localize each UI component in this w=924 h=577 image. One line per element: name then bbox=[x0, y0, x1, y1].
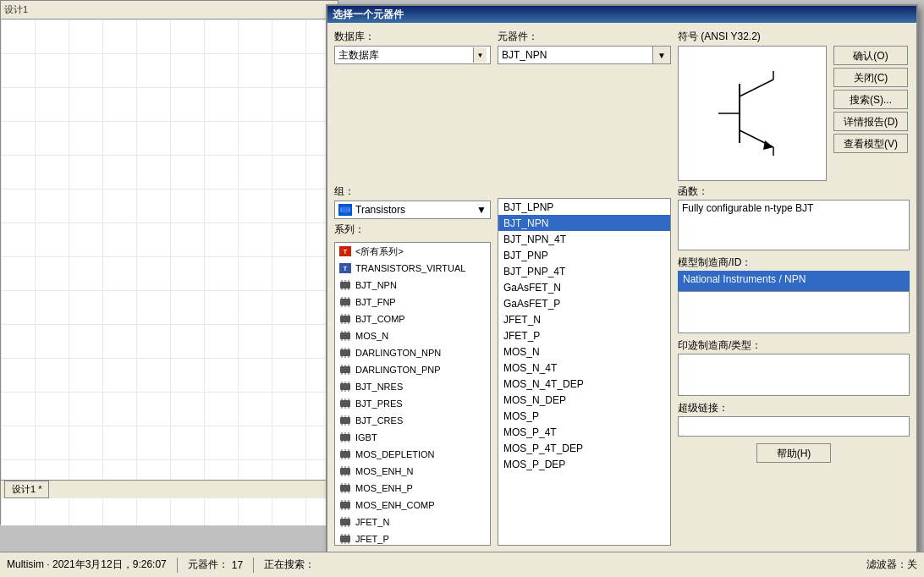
help-btn-area: 帮助(H) bbox=[678, 443, 910, 463]
schematic-toolbar: 设计1 bbox=[1, 1, 338, 19]
schematic-tab-design1[interactable]: 设计1 * bbox=[4, 481, 49, 498]
component-item-mos_n_dep[interactable]: MOS_N_DEP bbox=[498, 392, 670, 408]
component-item-mos_p[interactable]: MOS_P bbox=[498, 408, 670, 424]
detail-report-button[interactable]: 详情报告(D) bbox=[833, 112, 908, 131]
view-model-button[interactable]: 查看模型(V) bbox=[833, 134, 908, 153]
schematic-grid[interactable] bbox=[1, 19, 339, 525]
series-label-transistors_virtual: TRANSISTORS_VIRTUAL bbox=[355, 263, 465, 273]
hyperlink-box bbox=[678, 416, 910, 437]
series-icon-mos_depletion bbox=[338, 448, 352, 460]
component-item-jfet_p[interactable]: JFET_P bbox=[498, 327, 670, 343]
group-dropdown[interactable]: Transistors ▼ bbox=[334, 201, 491, 219]
component-item-bjt_pnp_4t[interactable]: BJT_PNP_4T bbox=[498, 263, 670, 279]
component-list[interactable]: BJT_LPNPBJT_NPNBJT_NPN_4TBJT_PNPBJT_PNP_… bbox=[498, 198, 671, 546]
status-bar: Multisim · 2021年3月12日，9:26:07 元器件： 17 正在… bbox=[0, 552, 924, 577]
component-search-input[interactable] bbox=[498, 46, 652, 64]
schematic-background: 设计1 A B C D E F 设计1 * bbox=[0, 0, 338, 525]
component-item-bjt_pnp[interactable]: BJT_PNP bbox=[498, 247, 670, 263]
pcb-mfr-label: 印迹制造商/类型： bbox=[678, 338, 910, 353]
svg-rect-114 bbox=[340, 536, 350, 542]
series-label-all: <所有系列> bbox=[355, 245, 404, 258]
symbol-box bbox=[678, 46, 827, 181]
component-item-bjt_npn[interactable]: BJT_NPN bbox=[498, 215, 670, 231]
series-item-bjt_cres[interactable]: BJT_CRES bbox=[335, 412, 490, 429]
symbol-label: 符号 (ANSI Y32.2) bbox=[678, 30, 827, 44]
component-item-mos_n_4t[interactable]: MOS_N_4T bbox=[498, 360, 670, 376]
series-icon-all: T bbox=[338, 245, 352, 257]
series-item-mos_depletion[interactable]: MOS_DEPLETION bbox=[335, 446, 490, 463]
component-item-mos_p_dep[interactable]: MOS_P_DEP bbox=[498, 456, 670, 472]
component-count-item: 元器件： 17 bbox=[188, 558, 243, 572]
series-label-jfet_n: JFET_N bbox=[355, 517, 389, 527]
series-item-mos_enh_comp[interactable]: MOS_ENH_COMP bbox=[335, 497, 490, 514]
component-item-mos_n[interactable]: MOS_N bbox=[498, 343, 670, 360]
series-label-mos_enh_p: MOS_ENH_P bbox=[355, 483, 413, 493]
series-list[interactable]: T<所有系列>TTRANSISTORS_VIRTUALBJT_NPNBJT_FN… bbox=[334, 242, 491, 546]
series-item-jfet_n[interactable]: JFET_N bbox=[335, 514, 490, 530]
series-label-bjt_npn: BJT_NPN bbox=[355, 280, 397, 290]
series-icon-bjt_fnp bbox=[338, 296, 352, 308]
series-item-darlington_pnp[interactable]: DARLINGTON_PNP bbox=[335, 361, 490, 378]
svg-rect-51 bbox=[340, 383, 350, 390]
component-item-mos_p_4t_dep[interactable]: MOS_P_4T_DEP bbox=[498, 440, 670, 456]
svg-rect-100 bbox=[340, 502, 350, 508]
series-icon-darlington_pnp bbox=[338, 364, 352, 376]
component-label: 元器件： bbox=[498, 30, 671, 44]
database-dropdown-value: 主数据库 bbox=[338, 48, 473, 63]
series-item-transistors_virtual[interactable]: TTRANSISTORS_VIRTUAL bbox=[335, 260, 490, 277]
series-item-mos_enh_p[interactable]: MOS_ENH_P bbox=[335, 480, 490, 497]
component-item-mos_p_4t[interactable]: MOS_P_4T bbox=[498, 424, 670, 440]
series-label-igbt: IGBT bbox=[355, 432, 377, 442]
series-icon-igbt bbox=[338, 431, 352, 443]
svg-rect-16 bbox=[340, 299, 350, 305]
series-item-jfet_p[interactable]: JFET_P bbox=[335, 530, 490, 546]
database-dropdown-arrow: ▼ bbox=[473, 47, 487, 63]
confirm-button[interactable]: 确认(O) bbox=[833, 46, 908, 65]
search-button[interactable]: 搜索(S)... bbox=[833, 90, 908, 109]
series-label-bjt_fnp: BJT_FNP bbox=[355, 297, 396, 307]
series-icon-bjt_npn bbox=[338, 279, 352, 291]
component-item-jfet_n[interactable]: JFET_N bbox=[498, 311, 670, 327]
series-item-bjt_npn[interactable]: BJT_NPN bbox=[335, 277, 490, 294]
dialog-buttons: 确认(O) 关闭(C) 搜索(S)... 详情报告(D) 查看模型(V) bbox=[833, 30, 910, 153]
close-button[interactable]: 关闭(C) bbox=[833, 68, 908, 87]
component-search-btn[interactable]: ▼ bbox=[652, 46, 671, 64]
dialog-title: 选择一个元器件 bbox=[333, 8, 404, 22]
model-mfr-extra-box bbox=[678, 291, 910, 333]
svg-rect-86 bbox=[340, 468, 350, 475]
svg-rect-37 bbox=[340, 349, 350, 356]
series-label-mos_depletion: MOS_DEPLETION bbox=[355, 449, 435, 459]
component-item-bjt_npn_4t[interactable]: BJT_NPN_4T bbox=[498, 231, 670, 247]
series-item-bjt_pres[interactable]: BJT_PRES bbox=[335, 395, 490, 412]
database-dropdown[interactable]: 主数据库 ▼ bbox=[334, 46, 491, 64]
group-icon bbox=[338, 204, 352, 216]
status-divider-2 bbox=[253, 558, 254, 573]
series-label-bjt_cres: BJT_CRES bbox=[355, 415, 403, 426]
series-item-mos_enh_n[interactable]: MOS_ENH_N bbox=[335, 463, 490, 480]
function-value: Fully configurable n-type BJT bbox=[682, 202, 813, 214]
svg-rect-79 bbox=[340, 451, 350, 458]
component-item-gaas_fet_n[interactable]: GaAsFET_N bbox=[498, 279, 670, 295]
series-icon-bjt_comp bbox=[338, 313, 352, 325]
series-item-darlington_npn[interactable]: DARLINGTON_NPN bbox=[335, 344, 490, 361]
series-icon-transistors_virtual: T bbox=[338, 262, 352, 274]
symbol-svg-area bbox=[679, 47, 826, 180]
series-item-mos_n[interactable]: MOS_N bbox=[335, 327, 490, 344]
series-item-igbt[interactable]: IGBT bbox=[335, 429, 490, 446]
schematic-toolbar-text: 设计1 bbox=[4, 3, 28, 16]
component-item-gaas_fet_p[interactable]: GaAsFET_P bbox=[498, 295, 670, 311]
model-mfr-value: National Instruments / NPN bbox=[683, 273, 806, 285]
component-item-mos_n_4t_dep[interactable]: MOS_N_4T_DEP bbox=[498, 376, 670, 392]
model-mfr-box: National Instruments / NPN bbox=[678, 271, 910, 291]
series-item-bjt_fnp[interactable]: BJT_FNP bbox=[335, 294, 490, 310]
dialog-titlebar: 选择一个元器件 bbox=[327, 6, 916, 23]
status-divider-1 bbox=[177, 558, 178, 573]
series-item-bjt_nres[interactable]: BJT_NRES bbox=[335, 378, 490, 395]
help-button[interactable]: 帮助(H) bbox=[756, 443, 831, 463]
component-count-value: 17 bbox=[232, 559, 243, 571]
series-item-bjt_comp[interactable]: BJT_COMP bbox=[335, 310, 490, 327]
component-item-bjt_lpnp[interactable]: BJT_LPNP bbox=[498, 199, 670, 215]
svg-rect-72 bbox=[340, 434, 350, 441]
series-item-all[interactable]: T<所有系列> bbox=[335, 243, 490, 260]
pcb-mfr-box bbox=[678, 354, 910, 396]
